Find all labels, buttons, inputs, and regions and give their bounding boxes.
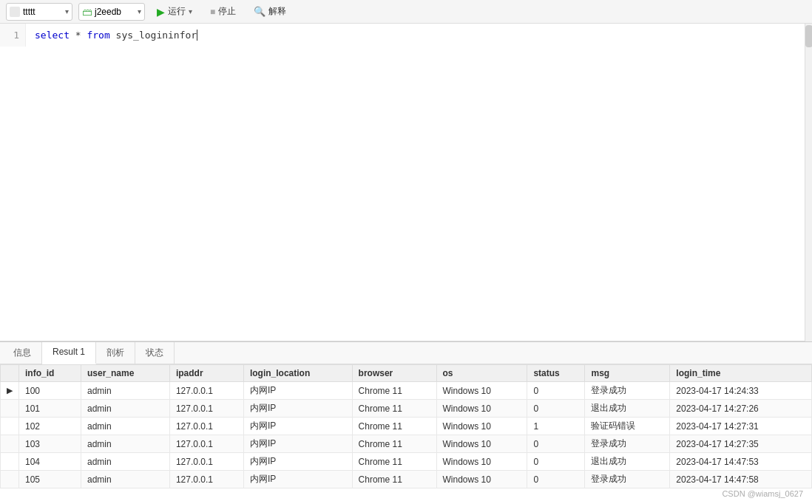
cell-user_name: admin [81, 435, 170, 453]
scrollbar-thumb[interactable] [805, 25, 812, 47]
cell-user_name: admin [81, 418, 170, 435]
run-button[interactable]: ▶ 运行 ▾ [151, 3, 198, 20]
col-header-info_id[interactable]: info_id [19, 365, 81, 382]
row-indicator-cell [1, 400, 19, 418]
col-header-status[interactable]: status [527, 365, 585, 382]
row-indicator-header [1, 365, 19, 382]
col-header-msg[interactable]: msg [585, 365, 670, 382]
cell-status: 1 [527, 418, 585, 435]
table-row[interactable]: ▶100admin127.0.0.1内网IPChrome 11Windows 1… [1, 382, 812, 400]
connection-select[interactable]: ttttt ▾ [6, 3, 72, 21]
cell-os: Windows 10 [436, 418, 527, 435]
database-chevron: ▾ [138, 7, 141, 16]
sql-table-name: sys_logininfor [116, 30, 197, 41]
cell-info_id: 102 [19, 418, 81, 435]
table-row[interactable]: 103admin127.0.0.1内网IPChrome 11Windows 10… [1, 435, 812, 453]
cell-login_location: 内网IP [243, 418, 352, 435]
results-container[interactable]: info_id user_name ipaddr login_location … [0, 364, 812, 504]
cell-user_name: admin [81, 382, 170, 400]
tab-result1[interactable]: Result 1 [42, 342, 96, 364]
cell-msg: 退出成功 [585, 400, 670, 418]
cell-user_name: admin [81, 471, 170, 488]
database-select[interactable]: 🗃 j2eedb ▾ [78, 3, 145, 21]
vertical-scrollbar[interactable] [805, 24, 812, 341]
sql-star: * [75, 30, 87, 41]
explain-label: 解释 [268, 5, 286, 18]
sql-editor[interactable]: 1 select * from sys_logininfor [0, 24, 812, 341]
database-icon: 🗃 [82, 6, 92, 18]
cell-ipaddr: 127.0.0.1 [169, 435, 243, 453]
cell-status: 0 [527, 382, 585, 400]
col-header-login_time[interactable]: login_time [670, 365, 812, 382]
row-indicator-cell [1, 418, 19, 435]
cell-login_location: 内网IP [243, 400, 352, 418]
cell-os: Windows 10 [436, 382, 527, 400]
col-header-browser[interactable]: browser [352, 365, 436, 382]
cell-login_location: 内网IP [243, 382, 352, 400]
connection-icon [10, 7, 20, 17]
run-label: 运行 [168, 5, 186, 18]
tab-status[interactable]: 状态 [135, 342, 175, 364]
cell-os: Windows 10 [436, 453, 527, 471]
col-header-ipaddr[interactable]: ipaddr [169, 365, 243, 382]
cursor [197, 30, 203, 41]
stop-button[interactable]: ■ 停止 [204, 3, 242, 20]
cell-login_time: 2023-04-17 14:47:58 [670, 471, 812, 488]
cell-info_id: 101 [19, 400, 81, 418]
tab-profile-label: 剖析 [106, 347, 124, 358]
row-indicator-cell [1, 453, 19, 471]
cell-login_location: 内网IP [243, 435, 352, 453]
cell-msg: 登录成功 [585, 382, 670, 400]
cell-os: Windows 10 [436, 400, 527, 418]
cell-ipaddr: 127.0.0.1 [169, 471, 243, 488]
col-header-os[interactable]: os [436, 365, 527, 382]
cell-info_id: 105 [19, 471, 81, 488]
col-header-login_location[interactable]: login_location [243, 365, 352, 382]
cell-msg: 退出成功 [585, 453, 670, 471]
cell-login_time: 2023-04-17 14:27:31 [670, 418, 812, 435]
cell-browser: Chrome 11 [352, 435, 436, 453]
tab-info[interactable]: 信息 [3, 342, 42, 364]
cell-msg: 验证码错误 [585, 418, 670, 435]
cell-info_id: 103 [19, 435, 81, 453]
line-numbers: 1 [0, 24, 26, 47]
main-wrapper: ttttt ▾ 🗃 j2eedb ▾ ▶ 运行 ▾ ■ 停止 🔍 解释 1 [0, 0, 812, 504]
tab-profile[interactable]: 剖析 [96, 342, 135, 364]
col-header-user_name[interactable]: user_name [81, 365, 170, 382]
cell-status: 0 [527, 435, 585, 453]
row-indicator-cell: ▶ [1, 382, 19, 400]
cell-status: 0 [527, 400, 585, 418]
cell-login_time: 2023-04-17 14:24:33 [670, 382, 812, 400]
connection-label: ttttt [23, 7, 62, 17]
cell-browser: Chrome 11 [352, 418, 436, 435]
cell-user_name: admin [81, 400, 170, 418]
cell-login_location: 内网IP [243, 453, 352, 471]
table-row[interactable]: 102admin127.0.0.1内网IPChrome 11Windows 10… [1, 418, 812, 435]
cell-info_id: 104 [19, 453, 81, 471]
results-table: info_id user_name ipaddr login_location … [0, 364, 812, 488]
row-indicator-cell [1, 435, 19, 453]
stop-icon: ■ [210, 7, 215, 17]
bottom-panel: 信息 Result 1 剖析 状态 info_id user_name ipad [0, 341, 812, 504]
run-dropdown-icon[interactable]: ▾ [189, 7, 192, 16]
line-number-1: 1 [6, 30, 19, 41]
table-row[interactable]: 104admin127.0.0.1内网IPChrome 11Windows 10… [1, 453, 812, 471]
cell-browser: Chrome 11 [352, 453, 436, 471]
table-row[interactable]: 105admin127.0.0.1内网IPChrome 11Windows 10… [1, 471, 812, 488]
table-header-row: info_id user_name ipaddr login_location … [1, 365, 812, 382]
table-row[interactable]: 101admin127.0.0.1内网IPChrome 11Windows 10… [1, 400, 812, 418]
cell-status: 0 [527, 471, 585, 488]
explain-button[interactable]: 🔍 解释 [248, 3, 292, 20]
cell-ipaddr: 127.0.0.1 [169, 382, 243, 400]
sql-code-area[interactable]: select * from sys_logininfor [26, 24, 812, 47]
cell-msg: 登录成功 [585, 471, 670, 488]
explain-icon: 🔍 [254, 6, 265, 17]
connection-chevron: ▾ [65, 7, 69, 16]
table-body: ▶100admin127.0.0.1内网IPChrome 11Windows 1… [1, 382, 812, 488]
cell-login_time: 2023-04-17 14:27:26 [670, 400, 812, 418]
cell-user_name: admin [81, 453, 170, 471]
tab-result1-label: Result 1 [53, 347, 85, 357]
tab-status-label: 状态 [146, 347, 163, 358]
cell-msg: 登录成功 [585, 435, 670, 453]
cell-os: Windows 10 [436, 435, 527, 453]
